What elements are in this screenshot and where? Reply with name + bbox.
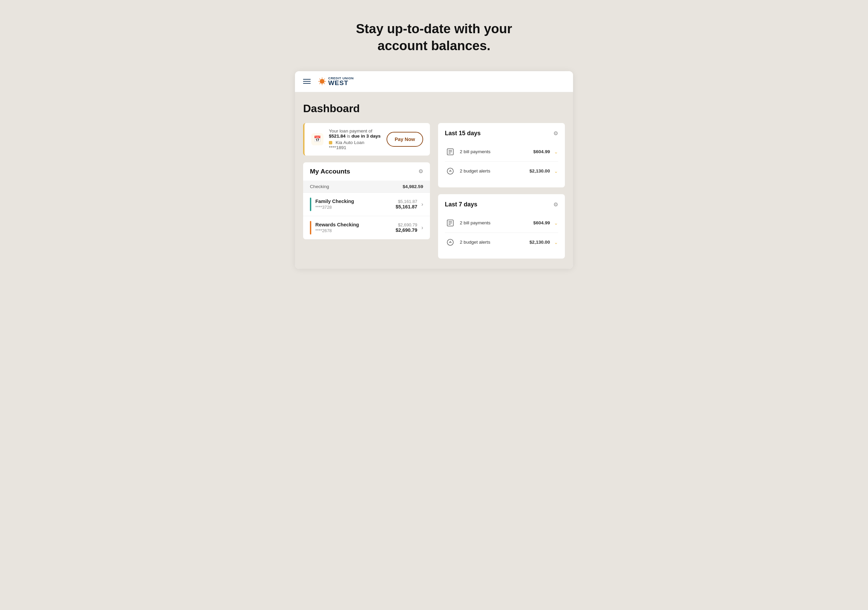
activity-right-bill-15: $604.99 ⌄ [533, 149, 558, 155]
budget-label-7: 2 budget alerts [460, 240, 490, 245]
bill-label-15: 2 bill payments [460, 149, 491, 154]
budget-label-15: 2 budget alerts [460, 169, 490, 173]
activity-last-7-days: Last 7 days ⚙ [438, 194, 565, 259]
account-row-family-checking[interactable]: Family Checking ****3728 $5,161.87 $5,16… [303, 192, 430, 216]
pay-now-button[interactable]: Pay Now [386, 132, 423, 147]
account-color-icon [329, 141, 332, 144]
activity-header-7: Last 7 days ⚙ [445, 201, 558, 208]
budget-amount-15: $2,130.00 [530, 169, 550, 173]
bill-label-7: 2 bill payments [460, 220, 491, 225]
alert-message: Your loan payment of $521.84 is due in 3… [329, 129, 381, 139]
left-column: 📅 Your loan payment of $521.84 is due in… [303, 123, 430, 239]
account-group-checking: Checking $4,982.59 [303, 181, 430, 192]
filter-icon-7[interactable]: ⚙ [553, 201, 558, 208]
filter-icon-15[interactable]: ⚙ [553, 130, 558, 136]
alert-account-name: Kia Auto Loan ****1891 [329, 140, 364, 150]
activity-right-budget-7: $2,130.00 ⌄ [530, 240, 558, 245]
svg-line-7 [324, 79, 325, 79]
group-name: Checking [310, 184, 329, 189]
main-content: Dashboard 📅 Your loan payment of $521.84… [295, 92, 573, 269]
balance-main-rewards: $2,690.79 [396, 228, 417, 233]
activity-left-budget-7: 2 budget alerts [445, 237, 490, 248]
chevron-right-rewards: › [422, 224, 423, 231]
hamburger-menu[interactable] [303, 79, 311, 84]
group-balance: $4,982.59 [403, 184, 423, 189]
hero-section: Stay up-to-date with your account balanc… [0, 0, 868, 71]
activity-title-15: Last 15 days [445, 130, 481, 137]
balance-main-family: $5,161.87 [396, 204, 417, 209]
page-title: Dashboard [303, 102, 565, 115]
account-color-bar-orange [310, 221, 311, 234]
app-container: CREDIT UNION WEST Dashboard 📅 Your loan … [295, 71, 573, 269]
account-info-family: Family Checking ****3728 [315, 198, 392, 210]
account-name-rewards: Rewards Checking [315, 222, 392, 228]
activity-row-budget-alerts-15[interactable]: 2 budget alerts $2,130.00 ⌄ [445, 162, 558, 181]
activity-left-bill-15: 2 bill payments [445, 146, 491, 157]
activity-last-15-days: Last 15 days ⚙ [438, 123, 565, 187]
balance-available-family: $5,161.87 [396, 199, 417, 204]
alert-suffix: is [346, 133, 351, 139]
activity-row-bill-payments-7[interactable]: 2 bill payments $604.99 ⌄ [445, 214, 558, 233]
alert-text-container: Your loan payment of $521.84 is due in 3… [329, 129, 381, 150]
bill-icon-7 [445, 218, 456, 228]
account-info-rewards: Rewards Checking ****2678 [315, 222, 392, 233]
loan-alert-banner: 📅 Your loan payment of $521.84 is due in… [303, 123, 430, 156]
svg-line-8 [319, 84, 320, 84]
account-number-rewards: ****2678 [315, 228, 392, 233]
svg-line-5 [319, 79, 320, 79]
chevron-down-bill-7[interactable]: ⌄ [554, 220, 558, 226]
chevron-down-budget-7[interactable]: ⌄ [554, 240, 558, 245]
bill-icon-15 [445, 146, 456, 157]
accounts-title: My Accounts [310, 168, 350, 175]
calendar-icon: 📅 [314, 136, 321, 142]
account-balances-rewards: $2,690.79 $2,690.79 [396, 222, 417, 233]
alert-account: Kia Auto Loan ****1891 [329, 140, 381, 150]
budget-amount-7: $2,130.00 [530, 240, 550, 245]
activity-header-15: Last 15 days ⚙ [445, 130, 558, 137]
account-number-family: ****3728 [315, 205, 392, 210]
svg-point-0 [320, 79, 324, 84]
filter-icon[interactable]: ⚙ [418, 168, 423, 175]
activity-row-bill-payments-15[interactable]: 2 bill payments $604.99 ⌄ [445, 142, 558, 162]
balance-available-rewards: $2,690.79 [396, 222, 417, 228]
account-row-rewards-checking[interactable]: Rewards Checking ****2678 $2,690.79 $2,6… [303, 216, 430, 239]
hero-title: Stay up-to-date with your account balanc… [356, 20, 512, 54]
chevron-down-bill-15[interactable]: ⌄ [554, 149, 558, 155]
logo-sun-icon [317, 77, 327, 86]
chevron-right-family: › [422, 201, 423, 207]
accounts-section: My Accounts ⚙ Checking $4,982.59 Family … [303, 163, 430, 239]
two-column-layout: 📅 Your loan payment of $521.84 is due in… [303, 123, 565, 259]
account-color-bar-teal [310, 198, 311, 211]
account-balances-family: $5,161.87 $5,161.87 [396, 199, 417, 209]
activity-right-budget-15: $2,130.00 ⌄ [530, 169, 558, 174]
budget-icon-15 [445, 166, 456, 176]
bill-amount-7: $604.99 [533, 220, 550, 225]
activity-row-budget-alerts-7[interactable]: 2 budget alerts $2,130.00 ⌄ [445, 233, 558, 252]
right-column: Last 15 days ⚙ [438, 123, 565, 259]
chevron-down-budget-15[interactable]: ⌄ [554, 169, 558, 174]
account-name-family: Family Checking [315, 198, 392, 204]
activity-right-bill-7: $604.99 ⌄ [533, 220, 558, 226]
logo: CREDIT UNION WEST [317, 77, 353, 87]
bill-amount-15: $604.99 [533, 149, 550, 154]
svg-line-6 [324, 84, 325, 84]
budget-icon-7 [445, 237, 456, 248]
activity-left-budget-15: 2 budget alerts [445, 166, 490, 176]
logo-west-text: WEST [328, 80, 353, 86]
alert-amount: $521.84 [329, 133, 346, 139]
accounts-header: My Accounts ⚙ [303, 163, 430, 181]
nav-bar: CREDIT UNION WEST [295, 71, 573, 92]
alert-icon-container: 📅 [311, 133, 324, 146]
alert-due-text: due in 3 days [352, 133, 381, 139]
alert-prefix: Your loan payment of [329, 129, 372, 133]
activity-left-bill-7: 2 bill payments [445, 218, 491, 228]
activity-title-7: Last 7 days [445, 201, 477, 208]
